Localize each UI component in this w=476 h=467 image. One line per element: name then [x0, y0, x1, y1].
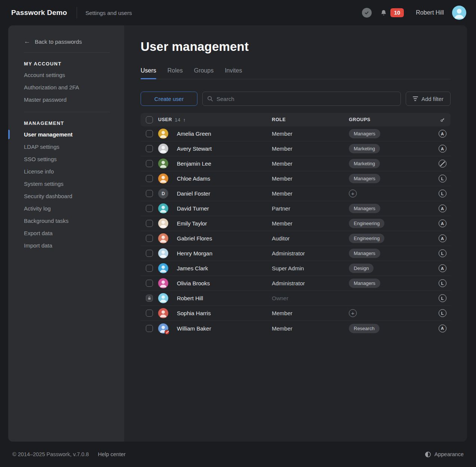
- add-group-icon[interactable]: +: [349, 190, 357, 197]
- sidebar-item-master-password[interactable]: Master password: [8, 93, 124, 106]
- sidebar-item-export-data[interactable]: Export data: [8, 227, 124, 239]
- user-name: Daniel Foster: [173, 190, 272, 197]
- row-avatar: [158, 159, 168, 169]
- sidebar-item-authorization-and-2fa[interactable]: Authorization and 2FA: [8, 81, 124, 93]
- add-filter-button[interactable]: Add filter: [406, 92, 451, 106]
- user-row[interactable]: James Clark Super Admin Design A: [141, 261, 451, 276]
- copyright-text: © 2014–2025 Passwork, v.7.0.8: [12, 451, 89, 457]
- add-group-icon[interactable]: +: [349, 309, 357, 317]
- user-groups: Marketing: [349, 144, 434, 153]
- page-title: User management: [141, 40, 451, 54]
- user-name: Sophia Harris: [173, 310, 272, 316]
- auth-type-icon: A: [439, 130, 446, 138]
- auth-type-icon: L: [439, 249, 446, 257]
- user-row[interactable]: Olivia Brooks Administrator Managers L: [141, 276, 451, 291]
- row-checkbox[interactable]: [146, 190, 153, 197]
- tab-roles[interactable]: Roles: [168, 67, 183, 79]
- user-row[interactable]: Gabriel Flores Auditor Engineering A: [141, 231, 451, 246]
- row-checkbox[interactable]: [146, 325, 153, 332]
- row-avatar: [158, 144, 168, 154]
- column-header-key[interactable]: [434, 117, 451, 122]
- row-checkbox[interactable]: [146, 145, 153, 152]
- bell-icon: [380, 9, 387, 17]
- row-checkbox[interactable]: [146, 220, 153, 227]
- user-groups: Engineering: [349, 234, 434, 243]
- user-name: Olivia Brooks: [173, 280, 272, 286]
- help-center-link[interactable]: Help center: [98, 451, 126, 457]
- user-row[interactable]: David Turner Partner Managers A: [141, 201, 451, 216]
- row-avatar: [158, 308, 168, 318]
- auth-type-icon: [439, 160, 446, 168]
- row-checkbox[interactable]: [146, 175, 153, 182]
- user-row[interactable]: Benjamin Lee Member Marketing: [141, 156, 451, 171]
- key-icon: [440, 117, 445, 122]
- appearance-half-moon-icon: [425, 451, 431, 458]
- sidebar-item-security-dashboard[interactable]: Security dashboard: [8, 190, 124, 202]
- user-row[interactable]: Sophia Harris Member + L: [141, 306, 451, 321]
- search-input-wrapper[interactable]: [202, 92, 401, 106]
- select-all-checkbox[interactable]: [146, 116, 153, 123]
- sidebar-item-account-settings[interactable]: Account settings: [8, 69, 124, 81]
- back-link-label: Back to passwords: [35, 39, 82, 45]
- auth-type-icon: A: [439, 145, 446, 153]
- topbar-actions: 10 Robert Hill: [362, 6, 466, 20]
- row-avatar: [158, 293, 168, 303]
- search-input[interactable]: [216, 96, 396, 102]
- auth-type-icon: L: [439, 294, 446, 302]
- user-row[interactable]: D Daniel Foster Member + L: [141, 186, 451, 201]
- sidebar-item-background-tasks[interactable]: Background tasks: [8, 215, 124, 227]
- user-groups: +: [349, 309, 434, 317]
- user-row[interactable]: Chloe Adams Member Managers L: [141, 171, 451, 186]
- group-badge-managers: Managers: [349, 249, 380, 258]
- auth-type-icon: A: [439, 219, 446, 227]
- user-name: Chloe Adams: [173, 175, 272, 182]
- tab-users[interactable]: Users: [141, 67, 156, 79]
- user-role: Auditor: [272, 235, 349, 242]
- user-role: Member: [272, 145, 349, 152]
- user-role: Super Admin: [272, 265, 349, 271]
- sidebar-item-system-settings[interactable]: System settings: [8, 178, 124, 190]
- row-avatar: [158, 218, 168, 228]
- row-checkbox[interactable]: [146, 265, 153, 272]
- user-row[interactable]: Emily Taylor Member Engineering A: [141, 216, 451, 231]
- row-checkbox[interactable]: [146, 235, 153, 242]
- sidebar-item-activity-log[interactable]: Activity log: [8, 202, 124, 215]
- user-row[interactable]: William Baker Member Research A: [141, 321, 451, 336]
- row-checkbox[interactable]: [146, 250, 153, 257]
- sidebar-item-sso-settings[interactable]: SSO settings: [8, 153, 124, 165]
- user-role: Partner: [272, 205, 349, 212]
- user-groups: Managers: [349, 249, 434, 258]
- user-column-label: USER: [158, 117, 172, 122]
- appearance-toggle[interactable]: Appearance: [425, 451, 464, 458]
- sidebar-item-license-info[interactable]: License info: [8, 165, 124, 178]
- user-row[interactable]: Amelia Green Member Managers A: [141, 126, 451, 141]
- group-badge-design: Design: [349, 264, 374, 273]
- current-user-name[interactable]: Robert Hill: [416, 9, 444, 16]
- notifications-button[interactable]: 10: [380, 8, 404, 17]
- row-checkbox[interactable]: [146, 310, 153, 317]
- back-to-passwords-link[interactable]: ← Back to passwords: [8, 37, 124, 46]
- sidebar-item-import-data[interactable]: Import data: [8, 239, 124, 252]
- sidebar-item-user-management[interactable]: User management: [8, 128, 124, 141]
- user-row[interactable]: Henry Morgan Administrator Managers L: [141, 246, 451, 261]
- tab-groups[interactable]: Groups: [194, 67, 214, 79]
- status-check-icon[interactable]: [362, 8, 372, 18]
- sidebar-section-title-my-account: MY ACCOUNT: [8, 53, 124, 69]
- auth-type-icon: A: [439, 325, 446, 332]
- user-row[interactable]: Robert Hill Owner L: [141, 291, 451, 306]
- row-checkbox[interactable]: [146, 205, 153, 212]
- tab-invites[interactable]: Invites: [225, 67, 242, 79]
- group-badge-managers: Managers: [349, 129, 380, 138]
- search-icon: [207, 96, 213, 102]
- footer: © 2014–2025 Passwork, v.7.0.8 Help cente…: [0, 442, 476, 467]
- column-header-role: ROLE: [272, 117, 349, 122]
- row-checkbox[interactable]: [146, 160, 153, 167]
- create-user-button[interactable]: Create user: [141, 92, 197, 106]
- row-checkbox[interactable]: [146, 280, 153, 287]
- auth-type-icon: L: [439, 309, 446, 317]
- row-checkbox[interactable]: [146, 130, 153, 137]
- user-row[interactable]: Avery Stewart Member Marketing A: [141, 141, 451, 156]
- user-avatar-topbar[interactable]: [452, 6, 466, 20]
- column-header-user[interactable]: USER 14 ↑: [158, 117, 272, 123]
- sidebar-item-ldap-settings[interactable]: LDAP settings: [8, 141, 124, 153]
